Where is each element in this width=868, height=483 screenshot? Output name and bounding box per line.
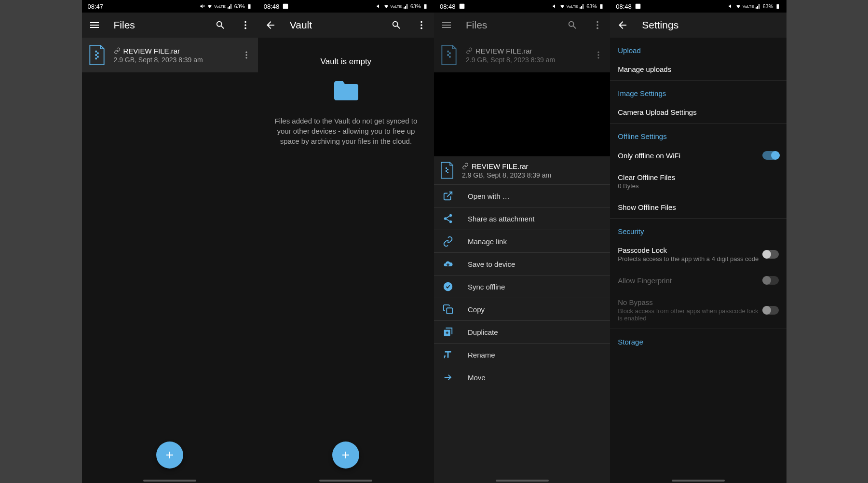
svg-point-2	[244, 24, 246, 26]
item-clear-offline[interactable]: Clear Offline Files 0 Bytes	[610, 166, 786, 196]
item-show-offline[interactable]: Show Offline Files	[610, 196, 786, 219]
svg-rect-30	[447, 169, 448, 170]
svg-rect-40	[776, 4, 779, 9]
signal-icon	[579, 3, 585, 9]
toggle-passcode[interactable]	[762, 250, 779, 259]
mute-icon	[552, 3, 558, 9]
item-manage-uploads[interactable]: Manage uploads	[610, 58, 786, 81]
wifi-icon	[383, 3, 389, 9]
svg-point-34	[444, 217, 447, 220]
svg-rect-17	[459, 4, 464, 9]
menu-save[interactable]: Save to device	[434, 252, 610, 275]
battery-icon	[422, 3, 428, 9]
svg-point-9	[245, 52, 247, 53]
mute-icon	[728, 3, 734, 9]
file-name: REVIEW FILE.rar	[475, 47, 532, 55]
svg-rect-39	[636, 4, 641, 9]
back-icon[interactable]	[617, 19, 628, 31]
svg-rect-24	[447, 54, 449, 56]
page-title: Settings	[642, 19, 779, 31]
status-bar: 08:48 VoLTE 63%	[610, 0, 786, 13]
status-time: 08:47	[88, 3, 104, 10]
file-more-icon[interactable]	[593, 49, 604, 61]
svg-point-33	[449, 214, 452, 217]
rar-file-icon	[88, 44, 106, 66]
file-meta: 2.9 GB, Sept 8, 2023 8:39 am	[466, 56, 585, 64]
open-external-icon	[443, 191, 453, 201]
more-icon[interactable]	[240, 19, 251, 31]
svg-point-1	[244, 21, 246, 23]
wifi-icon	[735, 3, 741, 9]
search-icon[interactable]	[567, 19, 578, 31]
menu-icon[interactable]	[89, 19, 100, 31]
svg-point-11	[245, 57, 247, 58]
copy-icon	[443, 304, 453, 315]
svg-point-36	[444, 282, 452, 291]
menu-move[interactable]: Move	[434, 366, 610, 388]
item-passcode[interactable]: Passcode Lock Protects access to the app…	[610, 239, 786, 269]
more-icon[interactable]	[416, 19, 427, 31]
nav-gesture-bar	[82, 478, 258, 483]
status-time: 08:48	[440, 3, 456, 10]
duplicate-icon	[443, 327, 453, 337]
more-icon[interactable]	[592, 19, 603, 31]
back-icon[interactable]	[265, 19, 276, 31]
menu-manage-link[interactable]: Manage link	[434, 230, 610, 252]
file-row[interactable]: REVIEW FILE.rar 2.9 GB, Sept 8, 2023 8:3…	[82, 38, 258, 72]
menu-sync[interactable]: Sync offline	[434, 275, 610, 298]
menu-share[interactable]: Share as attachment	[434, 207, 610, 230]
svg-rect-13	[424, 4, 427, 9]
svg-rect-12	[283, 4, 288, 9]
check-circle-icon	[443, 281, 453, 292]
mute-icon	[376, 3, 382, 9]
fab-add[interactable]	[332, 442, 359, 469]
toggle-fingerprint	[762, 276, 779, 285]
mute-icon	[200, 3, 205, 9]
svg-rect-6	[95, 54, 97, 56]
battery-pct: 63%	[586, 3, 597, 9]
search-icon[interactable]	[215, 19, 226, 31]
svg-rect-0	[248, 4, 250, 9]
svg-rect-4	[95, 51, 97, 53]
menu-duplicate[interactable]: Duplicate	[434, 320, 610, 343]
file-name: REVIEW FILE.rar	[123, 47, 180, 55]
notification-icon	[459, 3, 465, 10]
app-bar: Vault	[258, 13, 434, 38]
text-icon	[443, 349, 453, 360]
svg-rect-22	[447, 51, 449, 53]
svg-point-27	[598, 54, 599, 55]
menu-rename[interactable]: Rename	[434, 343, 610, 366]
battery-pct: 63%	[234, 3, 245, 9]
svg-point-3	[244, 28, 246, 29]
link-icon	[462, 163, 469, 169]
toggle-only-wifi[interactable]	[762, 151, 779, 160]
file-row: REVIEW FILE.rar 2.9 GB, Sept 8, 2023 8:3…	[434, 38, 610, 72]
nav-gesture-bar	[258, 478, 434, 483]
file-more-icon[interactable]	[241, 49, 252, 61]
item-camera-upload[interactable]: Camera Upload Settings	[610, 101, 786, 124]
sheet-header: REVIEW FILE.rar 2.9 GB, Sept 8, 2023 8:3…	[434, 156, 610, 184]
fab-add[interactable]	[156, 442, 183, 469]
section-image: Image Settings	[610, 81, 786, 101]
section-upload: Upload	[610, 38, 786, 58]
nav-gesture-bar	[434, 478, 610, 483]
menu-open-with[interactable]: Open with …	[434, 184, 610, 207]
status-bar: 08:48 VoLTE 63%	[258, 0, 434, 13]
svg-point-21	[597, 28, 598, 29]
svg-point-14	[420, 21, 422, 23]
notification-icon	[282, 3, 289, 10]
item-only-wifi[interactable]: Only offline on WiFi	[610, 144, 786, 166]
menu-icon[interactable]	[441, 19, 452, 31]
file-meta: 2.9 GB, Sept 8, 2023 8:39 am	[114, 56, 233, 64]
section-offline: Offline Settings	[610, 124, 786, 144]
svg-point-16	[420, 28, 422, 29]
svg-rect-7	[97, 56, 99, 58]
app-bar: Files	[434, 13, 610, 38]
notification-icon	[635, 3, 641, 10]
scrim[interactable]	[434, 72, 610, 156]
signal-icon	[403, 3, 409, 9]
status-time: 08:48	[264, 3, 280, 10]
link-icon	[114, 47, 121, 54]
search-icon[interactable]	[391, 19, 402, 31]
menu-copy[interactable]: Copy	[434, 298, 610, 320]
